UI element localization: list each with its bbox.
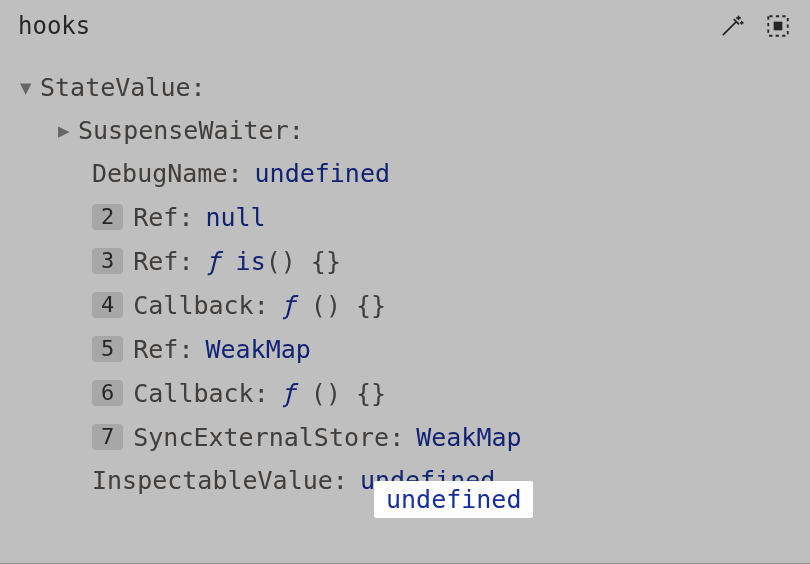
hook-index-badge: 4 <box>92 292 123 318</box>
node-key: Callback <box>133 381 253 406</box>
colon: : <box>254 381 269 406</box>
tree-node-ref-5[interactable]: 5 Ref: WeakMap <box>20 327 810 371</box>
panel-title: hooks <box>18 12 90 40</box>
inspect-icon[interactable] <box>764 12 792 40</box>
tree-node-syncexternalstore-7[interactable]: 7 SyncExternalStore: WeakMap <box>20 415 810 459</box>
hooks-tree: StateValue: SuspenseWaiter: DebugName: u… <box>0 48 810 520</box>
node-key: Callback <box>133 293 253 318</box>
tree-node-debugname[interactable]: DebugName: undefined <box>20 152 810 195</box>
tree-node-statevalue[interactable]: StateValue: <box>20 66 810 109</box>
node-key: Ref <box>133 337 178 362</box>
chevron-right-icon[interactable] <box>58 121 78 140</box>
hook-index-badge: 5 <box>92 336 123 362</box>
node-key: SuspenseWaiter <box>78 118 289 143</box>
node-value: ƒ () {} <box>281 381 386 406</box>
node-value: WeakMap <box>416 425 521 450</box>
tree-node-ref-2[interactable]: 2 Ref: null <box>20 195 810 239</box>
colon: : <box>178 337 193 362</box>
tree-node-suspensewaiter[interactable]: SuspenseWaiter: <box>20 109 810 152</box>
node-value: ƒ () {} <box>281 293 386 318</box>
node-key: InspectableValue <box>92 468 333 493</box>
colon: : <box>178 249 193 274</box>
node-key: SyncExternalStore <box>133 425 389 450</box>
colon: : <box>333 468 348 493</box>
node-key: Ref <box>133 249 178 274</box>
colon: : <box>254 293 269 318</box>
hooks-panel: hooks StateValue: <box>0 0 810 564</box>
chevron-down-icon[interactable] <box>20 78 40 97</box>
magic-wand-icon[interactable] <box>718 12 746 40</box>
colon: : <box>178 205 193 230</box>
node-key: DebugName <box>92 161 227 186</box>
header-actions <box>718 12 792 40</box>
svg-rect-1 <box>774 22 783 31</box>
node-key: Ref <box>133 205 178 230</box>
hook-index-badge: 6 <box>92 380 123 406</box>
node-key: StateValue <box>40 75 191 100</box>
colon: : <box>227 161 242 186</box>
hook-index-badge: 2 <box>92 204 123 230</box>
colon: : <box>191 75 206 100</box>
panel-header: hooks <box>0 0 810 48</box>
tree-node-callback-6[interactable]: 6 Callback: ƒ () {} <box>20 371 810 415</box>
tree-node-callback-4[interactable]: 4 Callback: ƒ () {} <box>20 283 810 327</box>
node-value: WeakMap <box>205 337 310 362</box>
highlighted-value: undefined <box>374 481 533 518</box>
colon: : <box>389 425 404 450</box>
node-value: ƒ is() {} <box>205 249 340 274</box>
colon: : <box>289 118 304 143</box>
hook-index-badge: 7 <box>92 424 123 450</box>
node-value: null <box>205 205 265 230</box>
tree-node-ref-3[interactable]: 3 Ref: ƒ is() {} <box>20 239 810 283</box>
hook-index-badge: 3 <box>92 248 123 274</box>
node-value: undefined <box>255 161 390 186</box>
